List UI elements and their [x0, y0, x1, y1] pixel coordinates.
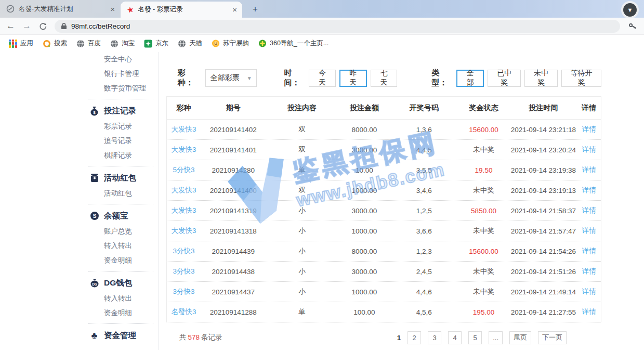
time-button-seven-days[interactable]: 七天: [371, 70, 397, 87]
type-filter-label: 类型：: [431, 68, 453, 88]
cell-lottery[interactable]: 大发快3: [167, 125, 201, 134]
last-page-button[interactable]: 尾页: [509, 331, 531, 344]
sidebar-item-security-center[interactable]: 安全中心: [83, 52, 159, 67]
caret-down-icon: ▼: [247, 75, 252, 81]
cell-prize: 未中奖: [457, 226, 509, 236]
detail-link[interactable]: 详情: [577, 206, 601, 215]
tab-active[interactable]: ★ 名發 - 彩票记录 ×: [121, 2, 242, 18]
lottery-select[interactable]: 全部彩票 ▼: [205, 69, 257, 87]
detail-link[interactable]: 详情: [577, 287, 601, 296]
sidebar-item-chase-records[interactable]: 追号记录: [83, 134, 159, 148]
cell-lottery[interactable]: 3分快3: [167, 247, 201, 256]
bookmark-label: 天猫: [189, 39, 202, 48]
password-key-icon[interactable]: [627, 21, 638, 31]
cell-issue: 202109141401: [201, 146, 266, 154]
type-button-won[interactable]: 已中奖: [488, 70, 521, 87]
tab-close-icon[interactable]: ×: [110, 5, 115, 13]
sidebar-item-digital-currency[interactable]: 数字货币管理: [83, 81, 159, 96]
cell-lottery[interactable]: 3分快3: [167, 267, 201, 276]
bookmark-label: 淘宝: [122, 39, 135, 48]
detail-link[interactable]: 详情: [577, 307, 601, 317]
page-button-3[interactable]: 3: [428, 331, 441, 344]
forward-button[interactable]: →: [22, 21, 31, 31]
address-bar[interactable]: 98mf.cc/betRecord: [55, 20, 620, 33]
detail-link[interactable]: 详情: [577, 165, 601, 175]
cell-lottery[interactable]: 名發快3: [167, 307, 201, 317]
sidebar-item-fund-details[interactable]: 资金明细: [83, 253, 159, 268]
cell-lottery[interactable]: 大发快3: [167, 226, 201, 236]
bookmark-baidu[interactable]: 百度: [72, 37, 106, 50]
sidebar-item-transfer[interactable]: 转入转出: [83, 239, 159, 253]
sidebar-item-lottery-records[interactable]: 彩票记录: [83, 119, 159, 134]
cell-lottery[interactable]: 3分快3: [167, 287, 201, 296]
cell-content: 单: [266, 307, 338, 317]
table-row: 3分快3 20210914439 小 8000.00 1,2,3 15600.0…: [167, 241, 601, 262]
main-content: 彩种： 全部彩票 ▼ 时间： 今天 昨天 七天 类型： 全部 已中奖 未中奖 等…: [166, 52, 601, 345]
sidebar-item-dg-transfer[interactable]: 转入转出: [83, 291, 159, 306]
sidebar-item-bank-card[interactable]: 银行卡管理: [83, 67, 159, 81]
sidebar-category-dg-wallet[interactable]: DG DG钱包: [83, 275, 159, 291]
sidebar-item-board-game-records[interactable]: 棋牌记录: [83, 148, 159, 163]
header-content: 投注内容: [266, 103, 338, 113]
sidebar-item-red-packet[interactable]: 活动红包: [83, 186, 159, 201]
browser-menu-button[interactable]: ▼: [621, 1, 639, 19]
cell-lottery[interactable]: 大发快3: [167, 145, 201, 154]
tab-close-icon[interactable]: ×: [232, 6, 237, 14]
detail-link[interactable]: 详情: [577, 247, 601, 256]
bookmark-search[interactable]: 搜索: [38, 37, 72, 50]
sidebar-category-yuebao[interactable]: S 余额宝: [83, 208, 159, 224]
header-detail: 详情: [577, 103, 601, 113]
detail-link[interactable]: 详情: [577, 267, 601, 276]
sidebar-category-bet-records[interactable]: $ 投注记录: [83, 102, 159, 119]
new-tab-button[interactable]: +: [248, 3, 262, 16]
sidebar-category-fund-management[interactable]: ♣ 资金管理: [83, 327, 159, 344]
detail-link[interactable]: 详情: [577, 186, 601, 195]
sidebar: 安全中心 银行卡管理 数字货币管理 $ 投注记录 彩票记录 追号记录 棋牌记录: [83, 52, 159, 350]
bookmark-label: 百度: [88, 39, 101, 48]
type-button-all[interactable]: 全部: [456, 70, 484, 87]
page-button-4[interactable]: 4: [448, 331, 462, 344]
cell-amount: 1000.00: [338, 187, 390, 195]
sidebar-category-red-packet[interactable]: 活动红包: [83, 170, 159, 186]
cell-lottery[interactable]: 5分快3: [167, 165, 201, 175]
sidebar-item-account-overview[interactable]: 账户总览: [83, 224, 159, 239]
cell-content: 小: [266, 206, 338, 215]
globe-icon: [178, 40, 186, 48]
apps-grid-icon: [9, 40, 17, 48]
cell-amount: 8000.00: [338, 248, 390, 255]
cell-amount: 3000.00: [338, 146, 390, 154]
cell-numbers: 3,6,6: [390, 227, 457, 235]
bookmark-taobao[interactable]: 淘宝: [106, 37, 139, 50]
page-button-5[interactable]: 5: [468, 331, 482, 344]
cell-lottery[interactable]: 大发快3: [167, 206, 201, 215]
time-button-today[interactable]: 今天: [309, 70, 335, 87]
bookmark-tmall[interactable]: 天猫: [173, 37, 207, 50]
detail-link[interactable]: 详情: [577, 226, 601, 236]
bookmark-suning[interactable]: 苏宁易购: [207, 37, 254, 50]
reload-button[interactable]: [38, 22, 47, 31]
cell-lottery[interactable]: 大发快3: [167, 186, 201, 195]
cell-issue: 202109141400: [201, 187, 266, 195]
time-button-yesterday[interactable]: 昨天: [339, 70, 367, 87]
sidebar-divider: [88, 166, 153, 166]
cell-amount: 8000.00: [338, 126, 390, 134]
detail-link[interactable]: 详情: [577, 145, 601, 154]
type-button-lost[interactable]: 未中奖: [524, 70, 558, 87]
sidebar-item-dg-fund-details[interactable]: 资金明细: [83, 306, 159, 320]
bookmark-apps[interactable]: 应用: [4, 37, 38, 50]
bookmark-label: 京东: [155, 39, 168, 48]
club-icon: ♣: [89, 331, 99, 341]
next-page-button[interactable]: 下一页: [538, 331, 567, 344]
page-ellipsis[interactable]: ...: [489, 331, 503, 344]
bookmark-jd[interactable]: 京东: [139, 37, 173, 50]
bookmark-label: 苏宁易购: [223, 39, 249, 48]
time-filter-label: 时间：: [284, 68, 305, 88]
detail-link[interactable]: 详情: [577, 125, 601, 134]
tab-inactive[interactable]: 名發-大发精准计划 ×: [0, 0, 120, 18]
bookmark-360nav[interactable]: 360导航_一个主页...: [254, 37, 333, 50]
page-button-2[interactable]: 2: [408, 331, 421, 344]
back-button[interactable]: ←: [6, 21, 15, 31]
type-button-pending[interactable]: 等待开奖: [561, 70, 601, 87]
svg-text:$: $: [93, 110, 96, 115]
svg-text:S: S: [93, 213, 96, 219]
